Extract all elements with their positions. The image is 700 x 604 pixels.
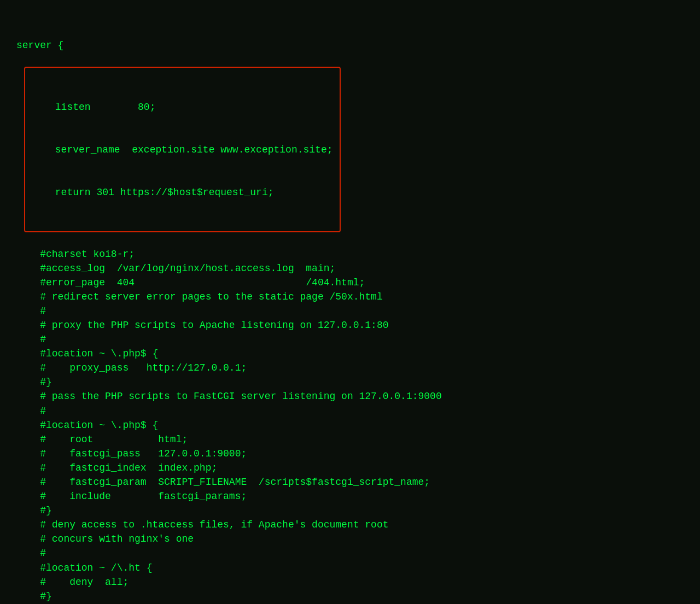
code-line: #}	[16, 503, 700, 518]
code-body: #charset koi8-r; #access_log /var/log/ng…	[16, 247, 700, 605]
code-line: #}	[16, 589, 700, 603]
code-line: #location ~ \.php$ {	[16, 418, 700, 432]
code-line: #charset koi8-r;	[16, 247, 700, 261]
code-line: # redirect server error pages to the sta…	[16, 290, 700, 304]
code-line: #location ~ /\.ht {	[16, 561, 700, 575]
listen-line: listen 80;	[32, 100, 333, 114]
code-line: # root html;	[16, 432, 700, 447]
code-line: # concurs with nginx's one	[16, 532, 700, 546]
code-line: # proxy_pass http://127.0.0.1;	[16, 361, 700, 375]
code-line: # pass the PHP scripts to FastCGI server…	[16, 389, 700, 403]
code-line: #location ~ \.php$ {	[16, 347, 700, 361]
code-line: # deny access to .htaccess files, if Apa…	[16, 518, 700, 532]
code-line: #error_page 404 /404.html;	[16, 275, 700, 290]
return-line: return 301 https://$host$request_uri;	[32, 185, 333, 200]
code-line: # fastcgi_param SCRIPT_FILENAME /scripts…	[16, 475, 700, 489]
code-line: # proxy the PHP scripts to Apache listen…	[16, 318, 700, 332]
code-editor: server { listen 80; server_name exceptio…	[0, 5, 700, 604]
code-line: #	[16, 304, 700, 318]
code-line: # deny all;	[16, 575, 700, 589]
code-line: #	[16, 404, 700, 418]
code-line: # include fastcgi_params;	[16, 489, 700, 503]
code-line: #access_log /var/log/nginx/host.access.l…	[16, 261, 700, 275]
code-line: #}	[16, 375, 700, 389]
server-open-line: server {	[16, 38, 700, 52]
highlighted-section: listen 80; server_name exception.site ww…	[24, 67, 341, 232]
code-line: #	[16, 546, 700, 560]
code-line: #	[16, 332, 700, 347]
code-line: # fastcgi_index index.php;	[16, 461, 700, 475]
server-name-line: server_name exception.site www.exception…	[32, 143, 333, 157]
code-line: # fastcgi_pass 127.0.0.1:9000;	[16, 447, 700, 461]
